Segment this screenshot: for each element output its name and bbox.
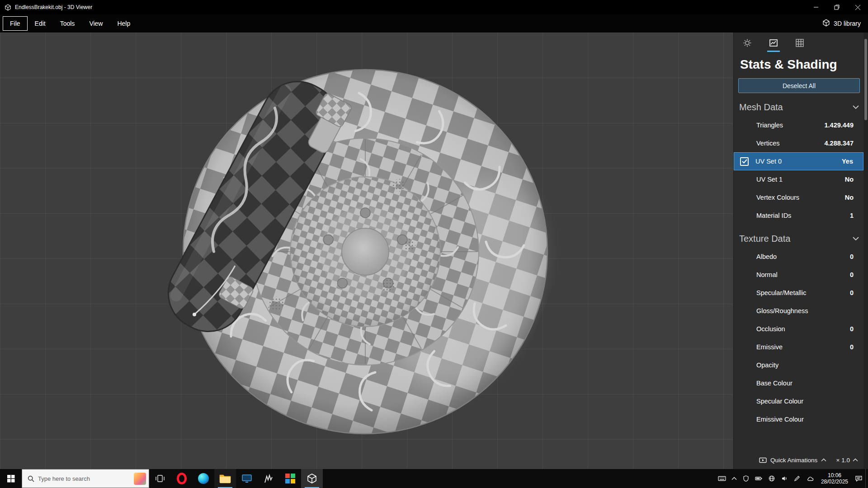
stat-row-vertices[interactable]: Vertices 4.288.347 — [734, 134, 863, 152]
chevron-down-icon — [853, 237, 859, 241]
opera-browser-button[interactable] — [171, 469, 193, 488]
tab-stats-shading[interactable] — [767, 38, 780, 52]
app-button-3[interactable] — [279, 469, 301, 488]
deselect-all-button[interactable]: Deselect All — [738, 78, 860, 93]
pen-button[interactable] — [791, 469, 803, 488]
content-area: Stats & Shading Deselect All Mesh Data T… — [0, 33, 868, 469]
taskbar-search[interactable] — [22, 469, 149, 488]
stat-value: 0 — [850, 325, 854, 333]
stat-row-albedo[interactable]: Albedo 0 — [734, 248, 863, 266]
brake-kit-model — [0, 33, 733, 469]
stat-value: 1 — [850, 212, 854, 219]
stat-value: 0 — [850, 271, 854, 278]
menu-file[interactable]: File — [3, 16, 28, 31]
stat-row-emissive-colour[interactable]: Emissive Colour — [734, 410, 863, 428]
stat-label: Material IDs — [756, 212, 791, 219]
scrollbar-thumb[interactable] — [864, 39, 867, 120]
keyboard-icon — [718, 475, 726, 482]
stat-label: Albedo — [756, 253, 777, 260]
app-button-2[interactable] — [258, 469, 279, 488]
stat-label: Emissive — [756, 343, 783, 351]
file-explorer-button[interactable] — [214, 469, 236, 488]
menu-edit[interactable]: Edit — [28, 16, 53, 31]
window-controls — [806, 0, 868, 14]
stats-panel: Stats & Shading Deselect All Mesh Data T… — [733, 33, 868, 469]
stat-row-uv-set-1[interactable]: UV Set 1 No — [734, 170, 863, 188]
tab-lighting[interactable] — [741, 38, 754, 52]
stat-row-opacity[interactable]: Opacity — [734, 356, 863, 374]
edge-browser-button[interactable] — [193, 469, 214, 488]
3d-viewer-button[interactable] — [301, 469, 323, 488]
speed-label: × 1.0 — [836, 457, 850, 464]
clock-date: 28/02/2025 — [821, 479, 848, 485]
stat-label: Gloss/Roughness — [756, 307, 808, 314]
search-icon — [28, 475, 34, 482]
globe-icon — [768, 475, 775, 482]
stat-row-vertex-colours[interactable]: Vertex Colours No — [734, 188, 863, 206]
3d-library-button[interactable]: 3D library — [822, 19, 861, 28]
stat-row-material-ids[interactable]: Material IDs 1 — [734, 206, 863, 225]
start-button[interactable] — [0, 469, 22, 488]
panel-footer: Quick Animations × 1.0 — [734, 451, 863, 469]
animation-speed-button[interactable]: × 1.0 — [836, 457, 858, 464]
stat-value: 0 — [850, 253, 854, 260]
stat-label: Base Colour — [756, 380, 793, 387]
show-desktop-button[interactable] — [865, 469, 868, 488]
animation-icon — [759, 457, 767, 464]
stat-value: 4.288.347 — [824, 140, 854, 147]
stat-row-triangles[interactable]: Triangles 1.429.449 — [734, 116, 863, 134]
stat-label: Occlusion — [756, 325, 785, 333]
texture-data-header[interactable]: Texture Data — [739, 234, 859, 244]
panel-scrollbar[interactable] — [863, 33, 868, 469]
stat-value: 1.429.449 — [824, 122, 854, 129]
stat-value: 0 — [850, 289, 854, 296]
restore-button[interactable] — [826, 0, 847, 14]
volume-button[interactable] — [778, 469, 791, 488]
close-button[interactable] — [847, 0, 868, 14]
checkbox-checked[interactable] — [740, 157, 749, 166]
touch-keyboard-button[interactable] — [715, 469, 729, 488]
windows-logo-icon — [7, 475, 15, 483]
cloud-icon — [806, 475, 814, 482]
tray-expand-button[interactable] — [729, 469, 740, 488]
photos-app-icon — [285, 474, 295, 483]
app-button-1[interactable] — [236, 469, 258, 488]
search-highlight-icon[interactable] — [134, 473, 146, 485]
stat-row-specular-metallic[interactable]: Specular/Metallic 0 — [734, 284, 863, 302]
opera-icon — [177, 473, 187, 484]
stat-label: UV Set 1 — [756, 176, 783, 183]
mesh-data-header[interactable]: Mesh Data — [739, 102, 859, 113]
taskbar: 10:06 28/02/2025 — [0, 469, 868, 488]
library-label: 3D library — [834, 20, 861, 27]
security-shield-button[interactable] — [740, 469, 752, 488]
stat-label: Normal — [756, 271, 778, 278]
menu-tools[interactable]: Tools — [53, 16, 82, 31]
stat-row-normal[interactable]: Normal 0 — [734, 266, 863, 284]
battery-button[interactable] — [752, 469, 765, 488]
action-center-button[interactable] — [852, 469, 865, 488]
menu-help[interactable]: Help — [110, 16, 137, 31]
volume-icon — [781, 475, 788, 482]
search-input[interactable] — [38, 475, 130, 482]
task-view-button[interactable] — [149, 469, 171, 488]
taskbar-clock[interactable]: 10:06 28/02/2025 — [817, 472, 852, 485]
stat-row-specular-colour[interactable]: Specular Colour — [734, 392, 863, 410]
tab-grid[interactable] — [793, 38, 806, 52]
stat-label: Vertices — [756, 140, 780, 147]
stat-row-uv-set-0[interactable]: UV Set 0 Yes — [734, 152, 863, 170]
chevron-up-icon — [853, 458, 858, 462]
menu-view[interactable]: View — [82, 16, 110, 31]
network-button[interactable] — [765, 469, 778, 488]
stat-row-gloss-roughness[interactable]: Gloss/Roughness — [734, 302, 863, 320]
section-label: Mesh Data — [739, 102, 783, 113]
stat-row-occlusion[interactable]: Occlusion 0 — [734, 320, 863, 338]
viewport-3d[interactable] — [0, 33, 733, 469]
taskbar-apps — [149, 469, 323, 488]
stat-row-emissive[interactable]: Emissive 0 — [734, 338, 863, 356]
minimize-button[interactable] — [806, 0, 826, 14]
onedrive-button[interactable] — [803, 469, 817, 488]
stat-row-base-colour[interactable]: Base Colour — [734, 374, 863, 392]
title-bar: EndlessBrakekit.obj - 3D Viewer — [0, 0, 868, 14]
quick-animations-button[interactable]: Quick Animations — [759, 457, 826, 464]
menu-bar: File Edit Tools View Help 3D library — [0, 14, 868, 33]
